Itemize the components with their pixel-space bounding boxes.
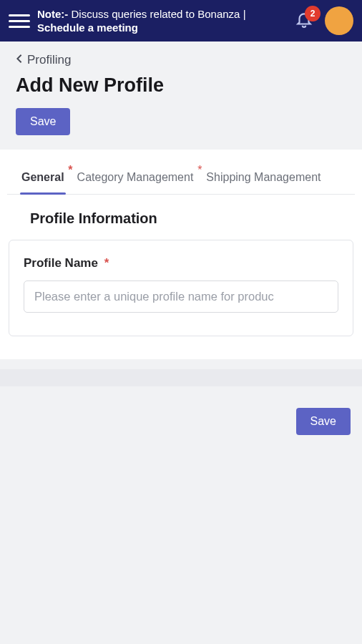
required-mark: * bbox=[104, 256, 109, 270]
notification-badge: 2 bbox=[305, 6, 321, 21]
section-header: Profile Information bbox=[0, 195, 362, 227]
menu-button[interactable] bbox=[9, 10, 30, 31]
chevron-left-icon bbox=[16, 53, 23, 67]
profile-name-input[interactable] bbox=[24, 280, 338, 313]
required-mark: * bbox=[197, 164, 202, 177]
tab-list: General * Category Management * Shipping… bbox=[7, 150, 355, 195]
section-title: Profile Information bbox=[30, 210, 349, 227]
tab-category-management[interactable]: Category Management * bbox=[76, 165, 195, 194]
tab-general[interactable]: General * bbox=[20, 165, 66, 194]
top-bar: Note:- Discuss queries related to Bonanz… bbox=[0, 0, 362, 42]
save-button[interactable]: Save bbox=[16, 108, 70, 135]
schedule-meeting-link[interactable]: Schedule a meeting bbox=[37, 21, 138, 34]
tab-shipping-management[interactable]: Shipping Management bbox=[205, 165, 322, 194]
tab-label: General bbox=[21, 171, 64, 183]
save-button-footer[interactable]: Save bbox=[296, 408, 351, 435]
breadcrumb-label: Profiling bbox=[27, 53, 71, 67]
profile-name-label: Profile Name * bbox=[24, 256, 338, 270]
notifications-button[interactable]: 2 bbox=[292, 9, 316, 33]
tab-label: Shipping Management bbox=[206, 171, 321, 183]
avatar[interactable] bbox=[325, 6, 353, 35]
required-mark: * bbox=[68, 164, 72, 177]
note-text: Discuss queries related to Bonanza | bbox=[72, 8, 246, 20]
page-header: Profiling Add New Profile Save bbox=[0, 42, 362, 150]
footer: Save bbox=[0, 386, 362, 435]
tab-label: Category Management bbox=[77, 171, 194, 183]
content-panel: General * Category Management * Shipping… bbox=[0, 150, 362, 359]
page-title: Add New Profile bbox=[16, 74, 346, 97]
top-note: Note:- Discuss queries related to Bonanz… bbox=[37, 7, 292, 35]
breadcrumb[interactable]: Profiling bbox=[16, 53, 346, 67]
section-divider bbox=[0, 369, 362, 386]
profile-card: Profile Name * bbox=[9, 240, 353, 336]
note-prefix: Note:- bbox=[37, 8, 72, 20]
field-label-text: Profile Name bbox=[24, 256, 98, 270]
